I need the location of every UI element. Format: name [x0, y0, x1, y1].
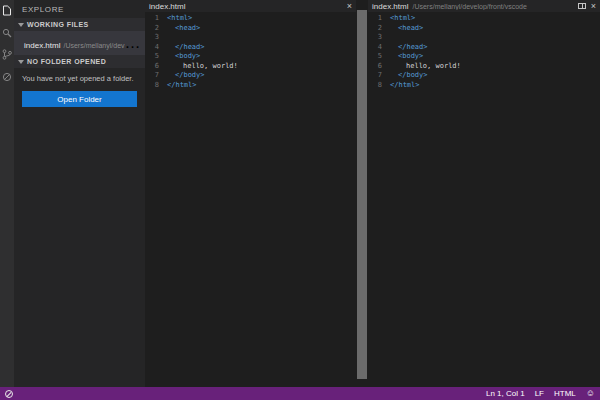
line-number: 7: [368, 71, 382, 81]
line-number: 6: [145, 62, 159, 72]
code-line: 5<body>: [368, 52, 600, 62]
close-icon[interactable]: [591, 2, 596, 11]
line-number: 3: [145, 33, 159, 43]
code-text: <body>: [167, 52, 200, 62]
open-folder-button[interactable]: Open Folder: [22, 91, 137, 107]
working-file-item[interactable]: index.html/Users/mellanyl/develop/front/…: [14, 31, 145, 55]
code-line: 2<head>: [368, 24, 600, 34]
code-line: 8</html>: [368, 81, 600, 91]
line-number: 5: [368, 52, 382, 62]
code-line: 3: [145, 33, 356, 43]
code-line: 6hello, world!: [368, 62, 600, 72]
code-line: 1<html>: [145, 14, 356, 24]
code-line: 6hello, world!: [145, 62, 356, 72]
feedback-smiley-icon[interactable]: [586, 389, 595, 398]
editor-right-filename: index.html: [372, 2, 408, 11]
code-line: 4</head>: [145, 43, 356, 53]
editor-left-titlebar: index.html: [145, 0, 356, 12]
status-bar: Ln 1, Col 1LFHTML: [0, 387, 600, 400]
code-text: <body>: [390, 52, 423, 62]
code-area-right[interactable]: 1<html>2<head>34</head>5<body>6hello, wo…: [368, 12, 600, 387]
code-line: 4</head>: [368, 43, 600, 53]
editor-right-titlebar: index.html /Users/mellanyl/develop/front…: [368, 0, 600, 12]
line-number: 1: [145, 14, 159, 24]
code-area-left[interactable]: 1<html>2<head>34</head>5<body>6hello, wo…: [145, 12, 356, 387]
code-text: </html>: [390, 81, 420, 91]
chevron-down-icon: [18, 23, 24, 27]
code-line: 7</body>: [368, 71, 600, 81]
workbench: EXPLORE WORKING FILES index.html/Users/m…: [0, 0, 600, 387]
code-text: </head>: [390, 43, 428, 53]
line-number: 2: [368, 24, 382, 34]
activity-item-debug[interactable]: [0, 69, 14, 84]
code-line: 8</html>: [145, 81, 356, 91]
split-editor-icon[interactable]: [578, 3, 586, 9]
code-text: hello, world!: [167, 62, 238, 72]
code-line: 3: [368, 33, 600, 43]
no-folder-label: NO FOLDER OPENED: [27, 58, 106, 65]
line-number: 8: [368, 81, 382, 91]
code-line: 2<head>: [145, 24, 356, 34]
code-text: hello, world!: [390, 62, 461, 72]
code-text: </body>: [167, 71, 205, 81]
line-number: 7: [145, 71, 159, 81]
editor-split-gap: [356, 0, 368, 387]
line-number: 1: [368, 14, 382, 24]
code-line: 7</body>: [145, 71, 356, 81]
line-number: 8: [145, 81, 159, 91]
vertical-scrollbar[interactable]: [357, 10, 367, 379]
code-text: [167, 33, 175, 43]
editor-pane-left: index.html 1<html>2<head>34</head>5<body…: [145, 0, 356, 387]
files-icon: [2, 5, 12, 16]
code-text: [390, 33, 398, 43]
code-line: 5<body>: [145, 52, 356, 62]
line-number: 3: [368, 33, 382, 43]
explorer-sidebar: EXPLORE WORKING FILES index.html/Users/m…: [14, 0, 145, 387]
activity-item-explorer[interactable]: [0, 3, 14, 18]
working-file-name: index.html: [24, 41, 60, 50]
working-files-section-header[interactable]: WORKING FILES: [14, 18, 145, 31]
no-folder-section-header[interactable]: NO FOLDER OPENED: [14, 55, 145, 68]
code-text: <html>: [167, 14, 192, 24]
status-bar-right: Ln 1, Col 1LFHTML: [486, 389, 576, 398]
line-number: 5: [145, 52, 159, 62]
sidebar-title: EXPLORE: [14, 0, 145, 18]
working-files-label: WORKING FILES: [27, 21, 89, 28]
code-text: <html>: [390, 14, 415, 24]
chevron-down-icon: [18, 60, 24, 64]
line-number: 6: [368, 62, 382, 72]
status-item[interactable]: LF: [535, 389, 544, 398]
activity-bar: [0, 0, 14, 387]
activity-item-git[interactable]: [0, 47, 14, 62]
editor-pane-right: index.html /Users/mellanyl/develop/front…: [368, 0, 600, 387]
debug-icon: [2, 72, 12, 82]
error-indicator-icon[interactable]: [5, 390, 13, 398]
code-text: </html>: [167, 81, 197, 91]
git-branch-icon: [2, 49, 12, 60]
line-number: 4: [145, 43, 159, 53]
editor-left-filename: index.html: [149, 2, 185, 11]
working-file-path: /Users/mellanyl/develop/front/vscode: [63, 42, 145, 49]
activity-item-search[interactable]: [0, 25, 14, 40]
code-text: </body>: [390, 71, 428, 81]
code-text: </head>: [167, 43, 205, 53]
editor-right-filepath: /Users/mellanyl/develop/front/vscode: [412, 3, 577, 10]
code-line: 1<html>: [368, 14, 600, 24]
search-icon: [2, 28, 12, 38]
line-number: 2: [145, 24, 159, 34]
vscode-window: EXPLORE WORKING FILES index.html/Users/m…: [0, 0, 600, 400]
no-folder-message: You have not yet opened a folder.: [14, 68, 145, 86]
line-number: 4: [368, 43, 382, 53]
status-item[interactable]: HTML: [554, 389, 576, 398]
code-text: <head>: [390, 24, 423, 34]
status-item[interactable]: Ln 1, Col 1: [486, 389, 525, 398]
code-text: <head>: [167, 24, 200, 34]
close-icon[interactable]: [347, 2, 352, 11]
